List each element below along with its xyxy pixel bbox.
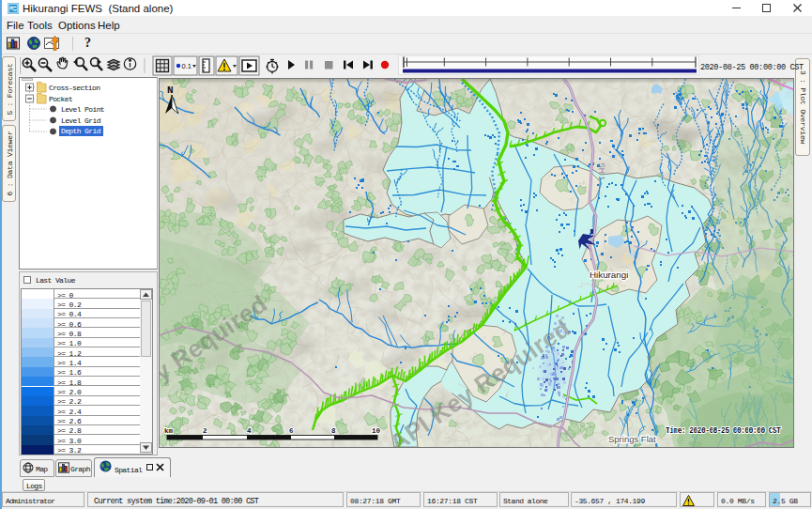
svg-text:8: 8 <box>331 427 336 435</box>
svg-text:6: 6 <box>289 427 294 435</box>
svg-text:2: 2 <box>203 427 207 435</box>
svg-text:0.1: 0.1 <box>182 62 192 70</box>
svg-text:SH 1: SH 1 <box>597 162 606 180</box>
svg-text:km: km <box>164 427 174 435</box>
svg-text:Time: 2020-08-25 00:00:00 CST: Time: 2020-08-25 00:00:00 CST <box>666 426 781 435</box>
svg-text:Hikurangi: Hikurangi <box>590 270 628 280</box>
svg-text:10: 10 <box>372 427 381 435</box>
svg-text:Springs Flat: Springs Flat <box>608 434 656 444</box>
svg-text:4: 4 <box>247 427 252 435</box>
svg-text:N: N <box>167 85 174 96</box>
